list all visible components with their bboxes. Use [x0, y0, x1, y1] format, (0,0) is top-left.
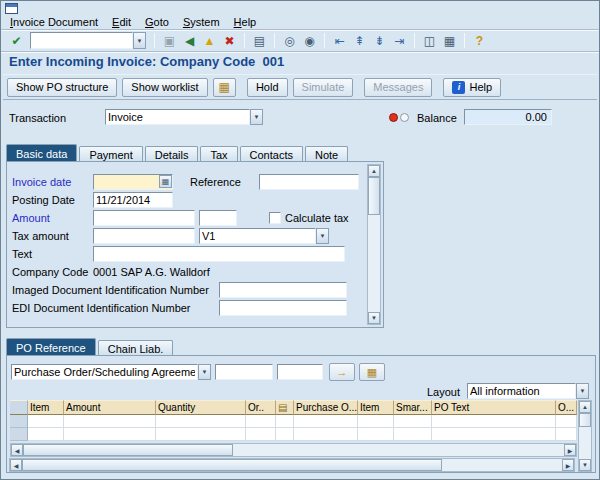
table-cell[interactable]: [556, 428, 577, 441]
table-cell[interactable]: [276, 415, 294, 428]
table-cell[interactable]: [246, 415, 276, 428]
po-number-input[interactable]: [215, 364, 273, 380]
table-cell[interactable]: [394, 415, 432, 428]
table-cell[interactable]: [64, 415, 156, 428]
tab-payment[interactable]: Payment: [79, 146, 142, 162]
table-cell[interactable]: [246, 428, 276, 441]
scroll-left-icon[interactable]: ◀: [11, 444, 23, 456]
calculate-tax-checkbox[interactable]: [269, 212, 281, 224]
column-header-item2[interactable]: Item: [358, 400, 394, 415]
scrollbar-thumb[interactable]: [23, 444, 233, 456]
row-selector[interactable]: [10, 428, 28, 441]
tab-po-reference[interactable]: PO Reference: [6, 338, 96, 356]
table-cell[interactable]: [28, 415, 64, 428]
tax-amount-input[interactable]: [93, 228, 195, 244]
tab-tax[interactable]: Tax: [200, 146, 237, 162]
po-type-dropdown-icon[interactable]: ▼: [198, 364, 211, 380]
calendar-icon[interactable]: ▦: [159, 175, 172, 188]
column-header-o[interactable]: O...: [556, 400, 577, 415]
hold-button[interactable]: Hold: [247, 78, 288, 97]
transaction-dropdown-icon[interactable]: ▼: [250, 109, 263, 125]
scroll-right-icon[interactable]: ▶: [562, 459, 574, 471]
po-item-input[interactable]: [277, 364, 323, 380]
table-cell[interactable]: [556, 415, 577, 428]
table-cell[interactable]: [276, 428, 294, 441]
scroll-down-icon[interactable]: ▼: [579, 459, 591, 471]
table-cell[interactable]: [156, 428, 246, 441]
table-cell[interactable]: [294, 415, 358, 428]
table-cell[interactable]: [432, 415, 556, 428]
imaged-doc-input[interactable]: [219, 282, 347, 298]
back-icon[interactable]: ◀: [180, 32, 199, 50]
scrollbar-thumb[interactable]: [22, 459, 442, 471]
table-cell[interactable]: [64, 428, 156, 441]
adopt-arrow-icon[interactable]: →: [329, 363, 355, 381]
scroll-left-icon[interactable]: ◀: [10, 459, 22, 471]
table-cell[interactable]: [156, 415, 246, 428]
tab-details[interactable]: Details: [145, 146, 199, 162]
cancel-icon[interactable]: ✖: [220, 32, 239, 50]
table-cell[interactable]: [28, 428, 64, 441]
scroll-right-icon[interactable]: ▶: [564, 444, 576, 456]
reference-input[interactable]: [259, 174, 359, 190]
scrollbar-thumb[interactable]: [579, 413, 591, 427]
tax-code-select[interactable]: [199, 228, 316, 244]
row-selector[interactable]: [10, 415, 28, 428]
worklist-tree-icon[interactable]: ▦: [213, 78, 236, 97]
menu-goto[interactable]: Goto: [138, 15, 176, 29]
amount-input[interactable]: [93, 210, 195, 226]
column-header-order[interactable]: Or..: [246, 400, 276, 415]
help-button[interactable]: i Help: [443, 78, 501, 97]
layout-dropdown-icon[interactable]: ▼: [576, 383, 589, 399]
menu-edit[interactable]: Edit: [105, 15, 138, 29]
column-header-smart[interactable]: Smar...: [394, 400, 432, 415]
help-icon[interactable]: ?: [470, 32, 489, 50]
scroll-up-icon[interactable]: ▲: [579, 401, 591, 413]
page-down-icon[interactable]: ⇟: [370, 32, 389, 50]
first-page-icon[interactable]: ⇤: [330, 32, 349, 50]
table-cell[interactable]: [394, 428, 432, 441]
tab-note[interactable]: Note: [305, 146, 348, 162]
table-cell[interactable]: [432, 428, 556, 441]
column-header-purchase-order[interactable]: Purchase O...: [294, 400, 358, 415]
posting-date-input[interactable]: [93, 192, 173, 208]
command-input[interactable]: [30, 32, 133, 49]
po-type-select[interactable]: [11, 364, 198, 380]
menu-invoice-document[interactable]: Invoice Document: [3, 15, 105, 29]
find-icon[interactable]: ◎: [280, 32, 299, 50]
last-page-icon[interactable]: ⇥: [390, 32, 409, 50]
column-header-doc-icon[interactable]: ▤: [276, 400, 294, 415]
exit-icon[interactable]: ▲: [200, 32, 219, 50]
print-icon[interactable]: ▤: [250, 32, 269, 50]
scroll-up-icon[interactable]: ▲: [368, 165, 380, 177]
command-dropdown-icon[interactable]: ▼: [133, 32, 146, 49]
transaction-select[interactable]: [105, 109, 250, 125]
save-icon[interactable]: ▣: [160, 32, 179, 50]
menu-help[interactable]: Help: [227, 15, 264, 29]
items-list-icon[interactable]: ▦: [359, 363, 385, 381]
new-session-icon[interactable]: ◫: [420, 32, 439, 50]
table-cell[interactable]: [358, 415, 394, 428]
show-worklist-button[interactable]: Show worklist: [122, 78, 207, 97]
layout-select[interactable]: [467, 383, 576, 399]
column-header-quantity[interactable]: Quantity: [156, 400, 246, 415]
currency-input[interactable]: [199, 210, 237, 226]
find-next-icon[interactable]: ◉: [300, 32, 319, 50]
column-header-selector[interactable]: [10, 400, 28, 415]
page-up-icon[interactable]: ⇞: [350, 32, 369, 50]
shortcut-icon[interactable]: ▦: [440, 32, 459, 50]
column-header-amount[interactable]: Amount: [64, 400, 156, 415]
scrollbar-thumb[interactable]: [368, 177, 380, 215]
menu-system[interactable]: System: [176, 15, 227, 29]
tab-basic-data[interactable]: Basic data: [6, 144, 77, 162]
edi-doc-input[interactable]: [219, 300, 347, 316]
enter-icon[interactable]: ✔: [7, 32, 26, 50]
column-header-item[interactable]: Item: [28, 400, 64, 415]
tab-contacts[interactable]: Contacts: [240, 146, 303, 162]
text-input[interactable]: [93, 246, 345, 262]
column-header-po-text[interactable]: PO Text: [432, 400, 556, 415]
tax-code-dropdown-icon[interactable]: ▼: [316, 228, 329, 244]
table-cell[interactable]: [294, 428, 358, 441]
scroll-down-icon[interactable]: ▼: [368, 312, 380, 324]
show-po-structure-button[interactable]: Show PO structure: [7, 78, 117, 97]
